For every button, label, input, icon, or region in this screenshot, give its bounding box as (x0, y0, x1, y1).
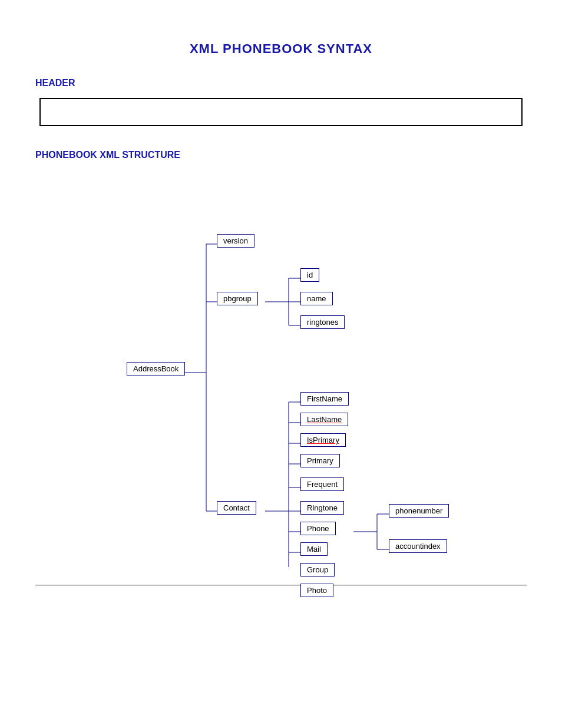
node-photo: Photo (300, 584, 333, 597)
node-group: Group (300, 563, 335, 577)
header-box (39, 98, 523, 126)
header-section-label: HEADER (35, 78, 527, 88)
node-pbgroup: pbgroup (217, 292, 258, 305)
node-ringtone: Ringtone (300, 501, 344, 515)
bottom-divider (35, 585, 527, 585)
node-mail: Mail (300, 542, 328, 556)
node-addressbook: AddressBook (127, 362, 185, 375)
node-ringtones: ringtones (300, 315, 345, 329)
node-contact: Contact (217, 501, 256, 515)
node-accountindex: accountindex (389, 539, 447, 553)
node-primary: Primary (300, 454, 340, 467)
tree-diagram: AddressBook version pbgroup id name ring… (35, 178, 527, 567)
structure-section-label: PHONEBOOK XML STRUCTURE (35, 150, 527, 160)
node-id: id (300, 268, 319, 282)
node-firstname: FirstName (300, 392, 349, 406)
node-lastname: LastName (300, 413, 348, 426)
page-title: XML PHONEBOOK SYNTAX (35, 41, 527, 57)
tree-lines (35, 178, 527, 567)
node-name: name (300, 292, 333, 305)
node-frequent: Frequent (300, 477, 344, 491)
node-phone: Phone (300, 522, 336, 535)
node-version: version (217, 234, 254, 248)
node-isprimary: IsPrimary (300, 433, 346, 447)
node-phonenumber: phonenumber (389, 504, 449, 518)
